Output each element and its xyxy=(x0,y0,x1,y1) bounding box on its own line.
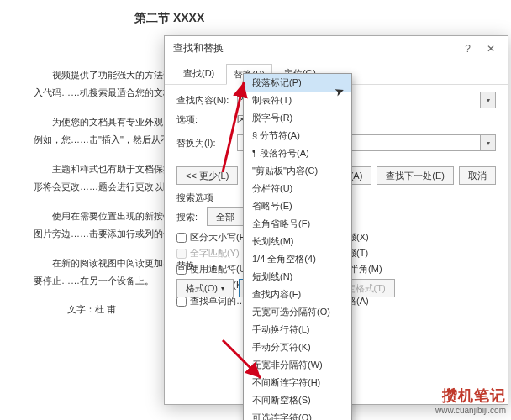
doc-section-title: 第二节 XXXX xyxy=(134,7,313,29)
menu-item-opt-break[interactable]: 无宽可选分隔符(O) xyxy=(244,303,351,321)
menu-item-manual-page[interactable]: 手动分页符(K) xyxy=(244,339,351,356)
find-next-button[interactable]: 查找下一处(E) xyxy=(377,166,454,185)
menu-item-nowidth-nobreak[interactable]: 无宽非分隔符(W) xyxy=(244,356,351,374)
menu-item-full-ellipsis[interactable]: 全角省略号(F) xyxy=(244,215,351,233)
menu-item-column-break[interactable]: 分栏符(U) xyxy=(244,180,351,197)
menu-item-clipboard[interactable]: "剪贴板"内容(C) xyxy=(244,162,351,180)
tab-find[interactable]: 查找(D) xyxy=(176,64,221,84)
menu-item-caret[interactable]: 脱字号(R) xyxy=(244,109,351,127)
replace-dropdown-icon[interactable]: ▾ xyxy=(481,134,496,151)
menu-item-quarter-space[interactable]: 1/4 全角空格(4) xyxy=(244,250,351,268)
menu-item-opt-hyphen[interactable]: 可选连字符(O) xyxy=(244,409,351,420)
less-button[interactable]: << 更少(L) xyxy=(176,166,238,185)
find-label: 查找内容(N): xyxy=(176,94,237,107)
options-label: 选项: xyxy=(176,113,237,126)
search-dir-label: 搜索: xyxy=(176,211,207,223)
menu-item-emdash[interactable]: 长划线(M) xyxy=(244,233,351,250)
menu-item-pilcrow[interactable]: ¶ 段落符号(A) xyxy=(244,144,351,162)
dialog-title: 查找和替换 xyxy=(173,41,224,55)
menu-item-nb-space[interactable]: 不间断空格(S) xyxy=(244,391,351,409)
watermark: 攒机笔记 www.cuanjibiji.com xyxy=(435,386,506,415)
replace-label: 替换为(I): xyxy=(176,137,237,150)
help-button[interactable]: ? xyxy=(458,43,478,55)
watermark-url: www.cuanjibiji.com xyxy=(435,406,506,415)
menu-item-endash[interactable]: 短划线(N) xyxy=(244,268,351,286)
menu-item-ellipsis[interactable]: 省略号(E) xyxy=(244,197,351,215)
format-button[interactable]: 格式(O) ▾ xyxy=(176,279,234,297)
menu-item-manual-line[interactable]: 手动换行符(L) xyxy=(244,321,351,339)
special-format-menu: 段落标记(P) 制表符(T) 脱字号(R) § 分节符(A) ¶ 段落符号(A)… xyxy=(243,73,352,420)
menu-item-find-content[interactable]: 查找内容(F) xyxy=(244,286,351,303)
close-button[interactable]: ✕ xyxy=(481,43,501,55)
find-dropdown-icon[interactable]: ▾ xyxy=(481,92,496,108)
watermark-name: 攒机笔记 xyxy=(435,386,506,406)
cancel-button[interactable]: 取消 xyxy=(459,166,496,185)
menu-item-section[interactable]: § 分节符(A) xyxy=(244,127,351,144)
menu-item-nb-hyphen[interactable]: 不间断连字符(H) xyxy=(244,374,351,391)
